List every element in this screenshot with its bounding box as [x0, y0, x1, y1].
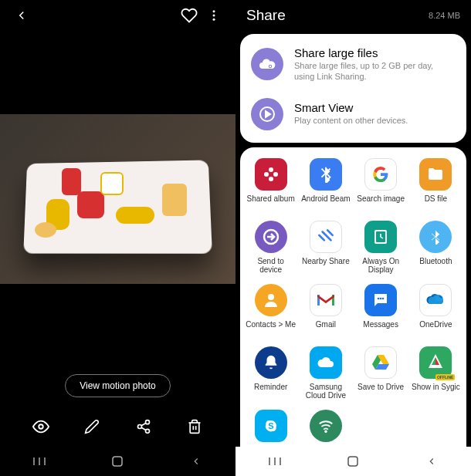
app-onedrive[interactable]: OneDrive [408, 284, 463, 337]
app-skype[interactable]: S [243, 410, 298, 447]
svg-point-36 [325, 430, 327, 432]
send-arrow-icon [255, 221, 287, 253]
file-size-label: 8.24 MB [429, 11, 460, 20]
app-gmail[interactable]: Gmail [298, 284, 353, 337]
cloud-link-icon [251, 48, 283, 80]
svg-point-20 [273, 172, 278, 177]
option-subtitle: Share large files, up to 2 GB per day, u… [294, 60, 456, 83]
system-navbar-right [235, 447, 471, 476]
visibility-icon[interactable] [29, 414, 53, 439]
offline-badge: OFFLINE [435, 374, 455, 380]
svg-line-7 [141, 427, 146, 430]
svg-point-32 [380, 297, 382, 299]
app-android-beam[interactable]: Android Beam [298, 158, 353, 211]
share-app-grid: Shared album Android Beam Search image D… [240, 147, 466, 447]
app-nearby-share[interactable]: Nearby Share [298, 221, 353, 275]
svg-point-2 [213, 19, 215, 21]
view-motion-photo-button[interactable]: View motion photo [65, 374, 171, 397]
app-reminder[interactable]: Reminder [243, 346, 298, 400]
cloud-icon [419, 284, 452, 316]
app-shared-album[interactable]: Shared album [243, 158, 298, 211]
clock-icon [364, 221, 397, 253]
sygic-icon: OFFLINE [419, 346, 452, 379]
app-save-to-drive[interactable]: Save to Drive [354, 346, 408, 400]
play-circle-icon [251, 98, 283, 130]
back-icon[interactable] [9, 3, 34, 28]
messages-icon [364, 284, 397, 316]
option-title: Share large files [294, 46, 456, 59]
photo-content [0, 114, 235, 284]
nav-back-icon[interactable] [177, 456, 215, 467]
system-navbar-left [0, 447, 235, 476]
share-title: Share [246, 7, 429, 24]
app-send-to-device[interactable]: Send to device [243, 221, 298, 275]
option-subtitle: Play content on other devices. [294, 115, 408, 126]
svg-point-28 [268, 294, 274, 300]
edit-icon[interactable] [80, 414, 104, 439]
flower-icon [255, 158, 287, 191]
google-g-icon [364, 158, 397, 191]
nav-recents-icon[interactable] [256, 456, 294, 467]
bluetooth-icon [419, 221, 452, 253]
svg-line-8 [141, 423, 146, 425]
share-large-files-option[interactable]: Share large files Share large files, up … [240, 39, 466, 90]
app-always-on-display[interactable]: Always On Display [354, 221, 408, 275]
svg-point-22 [264, 172, 269, 177]
app-bluetooth[interactable]: Bluetooth [408, 221, 463, 275]
share-sheet: Share 8.24 MB Share large files Share la… [235, 0, 471, 476]
svg-text:S: S [268, 421, 273, 430]
bluetooth-icon [310, 158, 342, 191]
nav-recents-icon[interactable] [20, 456, 59, 467]
share-header: Share 8.24 MB [235, 0, 471, 31]
svg-point-31 [378, 297, 380, 299]
photo-viewport[interactable] [0, 31, 235, 366]
app-search-image[interactable]: Search image [354, 158, 408, 211]
svg-point-1 [213, 15, 215, 17]
nav-home-icon[interactable] [98, 455, 137, 468]
app-messages[interactable]: Messages [354, 284, 408, 337]
gmail-icon [310, 284, 342, 316]
share-icon[interactable] [131, 414, 156, 439]
nearby-icon [310, 221, 342, 253]
skype-icon: S [255, 410, 287, 442]
svg-point-33 [382, 297, 385, 299]
app-wifi[interactable] [298, 410, 353, 447]
svg-point-19 [269, 167, 273, 172]
nav-back-icon[interactable] [412, 456, 451, 467]
favorite-icon[interactable] [177, 3, 202, 28]
svg-point-4 [145, 420, 149, 424]
cloud-icon [310, 346, 342, 379]
delete-icon[interactable] [182, 414, 207, 439]
svg-point-5 [137, 425, 141, 429]
svg-point-6 [145, 429, 149, 433]
drive-icon [364, 346, 397, 379]
more-icon[interactable] [202, 3, 226, 28]
app-ds-file[interactable]: DS file [408, 158, 463, 211]
svg-point-16 [269, 66, 271, 67]
folder-icon [419, 158, 452, 191]
app-samsung-cloud-drive[interactable]: Samsung Cloud Drive [298, 346, 353, 400]
gallery-view: View motion photo [0, 0, 235, 476]
nav-home-icon[interactable] [334, 455, 372, 468]
svg-rect-14 [113, 457, 122, 466]
svg-point-0 [213, 10, 215, 12]
option-title: Smart View [294, 101, 408, 114]
svg-marker-18 [266, 111, 270, 117]
svg-point-23 [269, 172, 272, 175]
gallery-toolbar [0, 408, 235, 447]
app-contacts-me[interactable]: Contacts > Me [243, 284, 298, 337]
gallery-header [0, 0, 235, 31]
bell-icon [255, 346, 287, 379]
wifi-icon [310, 410, 342, 442]
svg-rect-40 [348, 457, 357, 466]
smart-view-option[interactable]: Smart View Play content on other devices… [240, 90, 466, 138]
person-icon [255, 284, 287, 316]
share-options-card: Share large files Share large files, up … [240, 34, 466, 143]
app-show-in-sygic[interactable]: OFFLINE Show in Sygic [408, 346, 463, 400]
svg-point-21 [269, 177, 273, 181]
svg-point-3 [39, 424, 43, 429]
